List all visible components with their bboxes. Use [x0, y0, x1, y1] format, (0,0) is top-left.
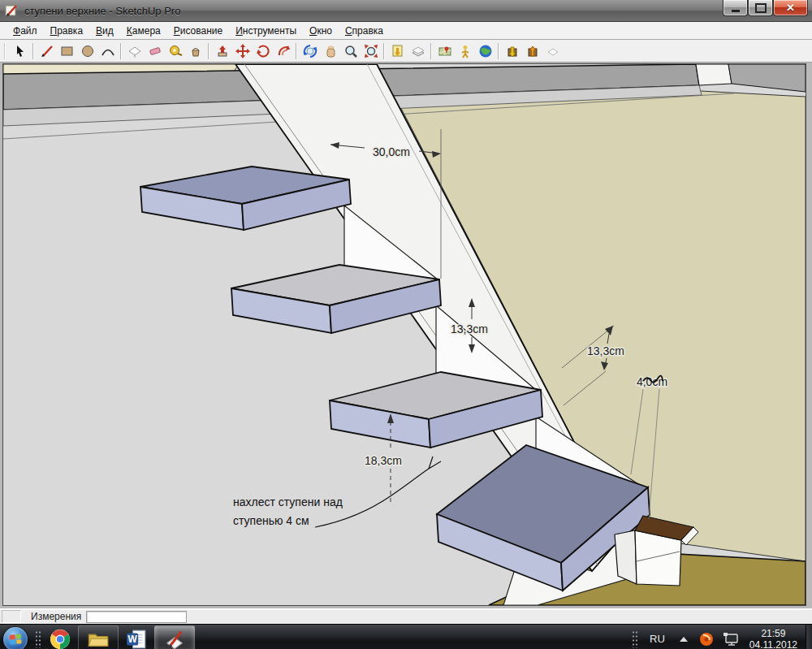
map-pin-icon — [438, 44, 452, 58]
viewport-frame: 30,0cm 13,3cm 13,3cm — [0, 63, 812, 608]
page-download-icon — [391, 44, 405, 58]
get-current-view-button[interactable] — [387, 41, 408, 61]
toolbar — [0, 40, 812, 63]
prism-disabled-icon — [546, 44, 560, 58]
dim-rise-right-label: 13,3cm — [587, 344, 624, 357]
eraser-icon — [148, 44, 162, 58]
toolbar-separator — [208, 43, 209, 59]
sketchup-icon — [163, 628, 186, 649]
offset-tool-button[interactable] — [273, 41, 293, 61]
clock[interactable]: 21:59 04.11.2012 — [749, 628, 797, 649]
windows-logo-icon — [9, 634, 21, 644]
move-tool-button[interactable] — [232, 41, 253, 61]
circle-icon — [80, 44, 95, 58]
rectangle-tool-button[interactable] — [57, 41, 77, 61]
close-icon: ✕ — [786, 2, 795, 14]
menu-window[interactable]: Окно — [303, 24, 339, 38]
menu-tools[interactable]: Инструменты — [229, 24, 303, 38]
globe-icon — [478, 44, 493, 58]
orbit-icon — [303, 44, 317, 58]
tape-measure-button[interactable] — [165, 41, 185, 61]
rectangle-icon — [60, 44, 75, 58]
measurements-input[interactable] — [86, 611, 187, 623]
box-upload-icon — [525, 44, 540, 58]
orbit-tool-button[interactable] — [300, 41, 320, 61]
sketchup-app-icon — [5, 3, 19, 18]
system-tray: RU 21:59 04.11.2012 — [628, 625, 812, 649]
maximize-icon — [755, 3, 767, 13]
select-tool-button[interactable] — [10, 41, 30, 61]
clock-date: 04.11.2012 — [749, 639, 797, 649]
dim-rise-bottom-label: 18,3cm — [365, 454, 402, 467]
clock-time: 21:59 — [749, 628, 797, 639]
rotate-tool-button[interactable] — [253, 41, 273, 61]
toolbar-separator — [383, 43, 385, 59]
measurements-label: Измерения — [31, 611, 81, 622]
zoom-icon — [343, 44, 358, 58]
start-button[interactable] — [3, 627, 28, 649]
word-taskbar-button[interactable]: W — [123, 626, 150, 649]
annotation-line1: нахлест ступени над — [233, 495, 343, 508]
antivirus-tray-button[interactable] — [698, 631, 715, 647]
person-icon — [458, 44, 473, 58]
zoom-extents-button[interactable] — [361, 41, 381, 61]
move-icon — [235, 44, 250, 58]
google-earth-button[interactable] — [475, 41, 495, 61]
photo-textures-button[interactable] — [455, 41, 475, 61]
get-models-button[interactable] — [502, 41, 522, 61]
component-icon — [127, 44, 142, 58]
monitor-icon — [723, 631, 739, 647]
taskbar-grip[interactable] — [35, 630, 41, 648]
share-model-button[interactable] — [522, 41, 542, 61]
model-viewport[interactable]: 30,0cm 13,3cm 13,3cm — [2, 63, 806, 606]
paint-bucket-button[interactable] — [185, 41, 205, 61]
add-location-button[interactable] — [434, 41, 455, 61]
tape-measure-icon — [168, 44, 183, 58]
close-button[interactable]: ✕ — [773, 0, 808, 16]
tray-grip[interactable] — [632, 630, 638, 648]
menu-file[interactable]: Файл — [6, 24, 44, 38]
toolbar-separator — [296, 43, 297, 59]
menu-draw[interactable]: Рисование — [167, 24, 229, 38]
toolbar-separator — [32, 43, 34, 59]
box-download-icon — [505, 44, 520, 58]
language-indicator[interactable]: RU — [650, 633, 665, 645]
dim-rise-mid-label: 13,3cm — [451, 322, 488, 335]
make-component-button[interactable] — [124, 41, 145, 61]
annotation-line2: ступенью 4 см — [233, 514, 309, 527]
preview-earth-button[interactable] — [542, 41, 563, 61]
folder-icon — [87, 630, 110, 649]
chrome-icon — [50, 629, 71, 649]
minimize-icon — [732, 10, 740, 12]
paint-bucket-icon — [188, 44, 203, 58]
pan-tool-button[interactable] — [320, 41, 340, 61]
network-tray-button[interactable] — [723, 631, 739, 647]
window-title: ступени верхние - SketchUp Pro — [24, 5, 180, 17]
word-icon: W — [126, 629, 147, 649]
pan-icon — [323, 44, 338, 58]
minimize-button[interactable] — [723, 0, 748, 16]
menu-edit[interactable]: Правка — [44, 24, 90, 38]
title-bar[interactable]: ступени верхние - SketchUp Pro ✕ — [0, 0, 812, 22]
push-pull-button[interactable] — [212, 41, 232, 61]
line-tool-button[interactable] — [37, 41, 57, 61]
push-pull-icon — [215, 44, 230, 58]
show-desktop-button[interactable] — [806, 625, 812, 649]
arc-icon — [101, 44, 115, 58]
show-hidden-icons-button[interactable] — [680, 637, 688, 642]
explorer-taskbar-button[interactable] — [78, 625, 119, 649]
chrome-taskbar-button[interactable] — [46, 626, 74, 649]
arc-tool-button[interactable] — [97, 41, 118, 61]
maximize-button[interactable] — [748, 0, 773, 16]
menu-help[interactable]: Справка — [339, 24, 390, 38]
eraser-tool-button[interactable] — [145, 41, 165, 61]
svg-text:W: W — [128, 634, 138, 645]
circle-tool-button[interactable] — [77, 41, 97, 61]
zoom-tool-button[interactable] — [340, 41, 361, 61]
sketchup-taskbar-button[interactable] — [154, 625, 195, 649]
menu-camera[interactable]: Камера — [120, 24, 167, 38]
toolbar-grip[interactable] — [4, 43, 7, 59]
toggle-terrain-button[interactable] — [408, 41, 428, 61]
rotate-icon — [256, 44, 270, 58]
menu-view[interactable]: Вид — [89, 24, 120, 38]
